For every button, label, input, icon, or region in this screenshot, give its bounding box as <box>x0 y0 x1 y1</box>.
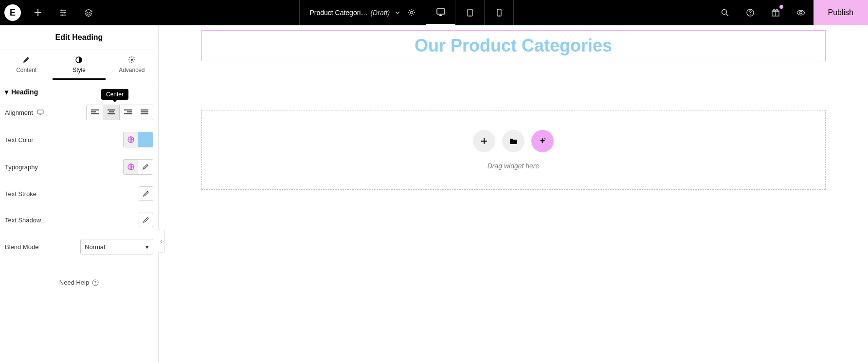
caret-down-icon: ▾ <box>145 243 149 251</box>
page-settings-button[interactable] <box>407 8 416 17</box>
svg-rect-16 <box>37 110 43 114</box>
heading-widget[interactable]: Our Product Categories <box>201 30 826 61</box>
global-typography-button[interactable] <box>124 160 138 174</box>
panel-title: Edit Heading <box>0 25 158 50</box>
preview-button[interactable] <box>788 0 814 25</box>
desktop-icon[interactable] <box>37 109 44 115</box>
heading-text: Our Product Categories <box>207 36 820 56</box>
publish-button[interactable]: Publish <box>814 0 868 25</box>
document-status: (Draft) <box>370 9 390 17</box>
editor-canvas[interactable]: Our Product Categories Drag widget here <box>159 25 868 362</box>
svg-point-6 <box>470 15 470 16</box>
alignment-label: Alignment <box>5 109 33 116</box>
search-icon <box>721 8 729 17</box>
text-shadow-label: Text Shadow <box>5 217 41 224</box>
notification-dot <box>779 5 783 9</box>
globe-icon <box>127 163 135 171</box>
alignment-tooltip: Center <box>101 89 128 100</box>
panel-tabs: Content Style Advanced <box>0 50 158 80</box>
typography-edit-button[interactable] <box>138 160 153 174</box>
panel-collapse-handle[interactable]: ‹ <box>158 230 165 253</box>
svg-point-20 <box>95 284 96 284</box>
mobile-icon <box>496 8 503 17</box>
row-alignment: Center Alignment <box>5 105 153 120</box>
svg-point-3 <box>411 12 413 14</box>
align-right-icon <box>124 109 132 115</box>
tab-content[interactable]: Content <box>0 50 53 80</box>
svg-point-0 <box>61 10 63 11</box>
help-button[interactable] <box>738 0 763 25</box>
alignment-label-group: Alignment <box>5 109 44 116</box>
globe-icon <box>127 136 135 144</box>
need-help-link[interactable]: Need Help <box>5 279 153 286</box>
topbar-center: Product Categori… (Draft) <box>101 0 712 25</box>
need-help-label: Need Help <box>59 279 89 286</box>
device-mobile[interactable] <box>485 0 514 25</box>
device-desktop[interactable] <box>426 0 455 25</box>
finder-button[interactable] <box>712 0 738 25</box>
tab-advanced[interactable]: Advanced <box>106 50 158 80</box>
text-shadow-edit-button[interactable] <box>139 213 153 227</box>
chevron-left-icon: ‹ <box>161 238 163 245</box>
drop-actions <box>221 130 806 152</box>
main-area: Edit Heading Content Style Advanced ▾ He… <box>0 25 868 362</box>
layers-icon <box>84 8 93 17</box>
contrast-icon <box>75 56 83 64</box>
tab-content-label: Content <box>16 67 36 73</box>
text-stroke-edit-button[interactable] <box>139 186 153 201</box>
typography-control[interactable] <box>123 159 153 175</box>
svg-point-11 <box>750 14 751 15</box>
site-settings-button[interactable] <box>51 0 76 25</box>
text-stroke-label: Text Stroke <box>5 190 36 198</box>
align-left-button[interactable] <box>87 105 103 120</box>
section-heading-toggle[interactable]: ▾ Heading <box>5 88 153 96</box>
blend-mode-select[interactable]: Normal ▾ <box>80 239 153 254</box>
empty-container[interactable]: Drag widget here <box>201 110 826 190</box>
style-section: ▾ Heading Center Alignment <box>0 80 158 294</box>
align-center-button[interactable] <box>103 105 120 120</box>
tab-style-label: Style <box>72 67 86 73</box>
template-library-button[interactable] <box>502 130 524 152</box>
caret-down-icon: ▾ <box>5 88 8 96</box>
align-center-icon <box>108 109 115 115</box>
ai-button[interactable] <box>531 130 554 152</box>
text-color-label: Text Color <box>5 136 34 144</box>
eye-icon <box>796 8 806 17</box>
global-color-button[interactable] <box>124 132 138 147</box>
desktop-icon <box>436 8 446 17</box>
svg-point-1 <box>64 12 66 14</box>
svg-point-15 <box>131 59 133 61</box>
align-justify-icon <box>141 109 148 115</box>
color-swatch[interactable] <box>138 132 153 147</box>
svg-point-13 <box>799 12 802 14</box>
help-icon <box>746 8 755 17</box>
text-color-control[interactable] <box>123 132 153 147</box>
align-justify-button[interactable] <box>136 105 153 120</box>
pencil-icon <box>143 217 149 223</box>
whats-new-button[interactable] <box>763 0 788 25</box>
pencil-icon <box>142 163 149 170</box>
device-tablet[interactable] <box>455 0 485 25</box>
gift-icon <box>771 8 780 17</box>
add-button[interactable] <box>25 0 51 25</box>
logo-circle: E <box>4 4 21 21</box>
help-icon <box>92 279 99 286</box>
document-dropdown[interactable] <box>395 10 400 16</box>
svg-point-8 <box>499 15 500 16</box>
sparkle-icon <box>538 137 547 145</box>
structure-button[interactable] <box>76 0 101 25</box>
responsive-bar <box>426 0 514 25</box>
elementor-logo[interactable]: E <box>0 0 25 25</box>
document-title: Product Categori… <box>309 9 367 17</box>
align-right-button[interactable] <box>120 105 136 120</box>
plus-icon <box>480 137 488 145</box>
sliders-icon <box>59 8 68 17</box>
topbar-right: Publish <box>712 0 868 25</box>
plus-icon <box>34 9 42 17</box>
row-text-shadow: Text Shadow <box>5 213 153 227</box>
svg-point-9 <box>722 10 726 15</box>
add-widget-button[interactable] <box>473 130 495 152</box>
tab-style[interactable]: Style <box>53 50 105 80</box>
align-left-icon <box>91 109 99 115</box>
blend-mode-value: Normal <box>85 243 105 251</box>
